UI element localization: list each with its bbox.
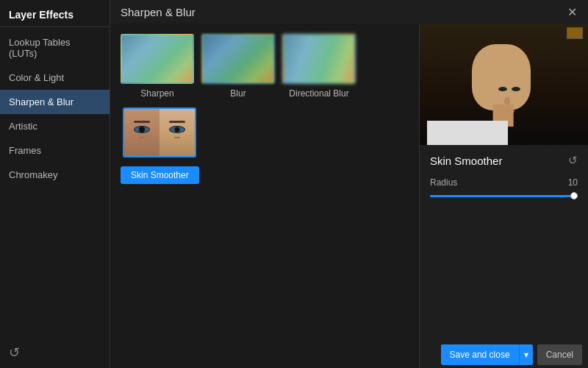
sidebar-item-sharpen-blur[interactable]: Sharpen & Blur xyxy=(0,90,110,114)
effects-panel: Sharpen Blur Directional Blur xyxy=(110,24,419,368)
slider-label: Radius xyxy=(430,177,457,188)
effects-row-1: Sharpen Blur Directional Blur xyxy=(121,34,409,99)
effect-thumb-sharpen xyxy=(121,34,194,84)
effect-thumb-directional xyxy=(282,34,356,84)
save-and-close-button[interactable]: Save and close xyxy=(441,344,519,365)
sidebar-item-color-light[interactable]: Color & Light xyxy=(0,66,110,90)
sidebar-title: Layer Effects xyxy=(0,0,110,27)
preview-panel: Skin Smoother ↺ Radius 10 xyxy=(419,24,588,368)
slider-container[interactable] xyxy=(430,191,578,201)
effect-item-sharpen[interactable]: Sharpen xyxy=(121,34,194,99)
portrait-window-bg xyxy=(567,27,583,39)
reset-icon[interactable]: ↺ xyxy=(9,345,20,360)
effect-name-row: Skin Smoother ↺ xyxy=(430,154,578,167)
settings-panel: Skin Smoother ↺ Radius 10 xyxy=(420,145,588,210)
slider-header: Radius 10 xyxy=(430,177,578,188)
title-bar: Sharpen & Blur ✕ xyxy=(110,0,588,24)
effect-label-sharpen: Sharpen xyxy=(140,88,173,99)
portrait-eye-left xyxy=(498,87,507,91)
slider-row: Radius 10 xyxy=(430,177,578,201)
effect-item-directional-blur[interactable]: Directional Blur xyxy=(282,34,356,99)
page-title: Sharpen & Blur xyxy=(110,6,196,18)
cancel-button[interactable]: Cancel xyxy=(537,344,582,365)
effect-label-blur: Blur xyxy=(230,88,245,99)
selected-effect-name: Skin Smoother xyxy=(430,155,502,167)
portrait-eye-right xyxy=(512,87,520,91)
effect-thumb-blur xyxy=(201,34,275,84)
slider-thumb xyxy=(570,192,578,199)
footer-buttons: Save and close ▾ Cancel xyxy=(441,342,588,368)
sidebar-item-luts[interactable]: Lookup Tables (LUTs) xyxy=(0,30,110,66)
content-inner: Sharpen Blur Directional Blur xyxy=(110,24,588,368)
content-area: Sharpen & Blur ✕ Sharpen Blur xyxy=(110,0,588,368)
portrait-nose xyxy=(504,97,510,105)
skin-smoother-button[interactable]: Skin Smoother xyxy=(121,166,199,184)
slider-fill xyxy=(430,195,578,197)
sidebar-item-artistic[interactable]: Artistic xyxy=(0,114,110,138)
slider-value: 10 xyxy=(568,177,578,188)
sidebar-item-chromakey[interactable]: Chromakey xyxy=(0,163,110,187)
slider-track xyxy=(430,195,578,197)
effect-item-skin-smoother[interactable]: Skin Smoother xyxy=(121,107,199,184)
effect-thumb-skin xyxy=(123,107,196,158)
effect-label-directional: Directional Blur xyxy=(289,88,348,99)
save-dropdown-button[interactable]: ▾ xyxy=(519,344,533,365)
effect-item-blur[interactable]: Blur xyxy=(201,34,275,99)
photo-preview xyxy=(420,24,588,145)
portrait-head xyxy=(472,44,531,110)
portrait-shirt xyxy=(427,121,508,145)
close-button[interactable]: ✕ xyxy=(563,3,581,21)
portrait-background xyxy=(420,24,588,145)
effects-row-2: Skin Smoother xyxy=(121,107,409,184)
reset-effect-icon[interactable]: ↺ xyxy=(568,154,578,167)
sidebar: Layer Effects Lookup Tables (LUTs) Color… xyxy=(0,0,110,368)
sidebar-item-frames[interactable]: Frames xyxy=(0,138,110,163)
app-window: Layer Effects Lookup Tables (LUTs) Color… xyxy=(0,0,588,368)
